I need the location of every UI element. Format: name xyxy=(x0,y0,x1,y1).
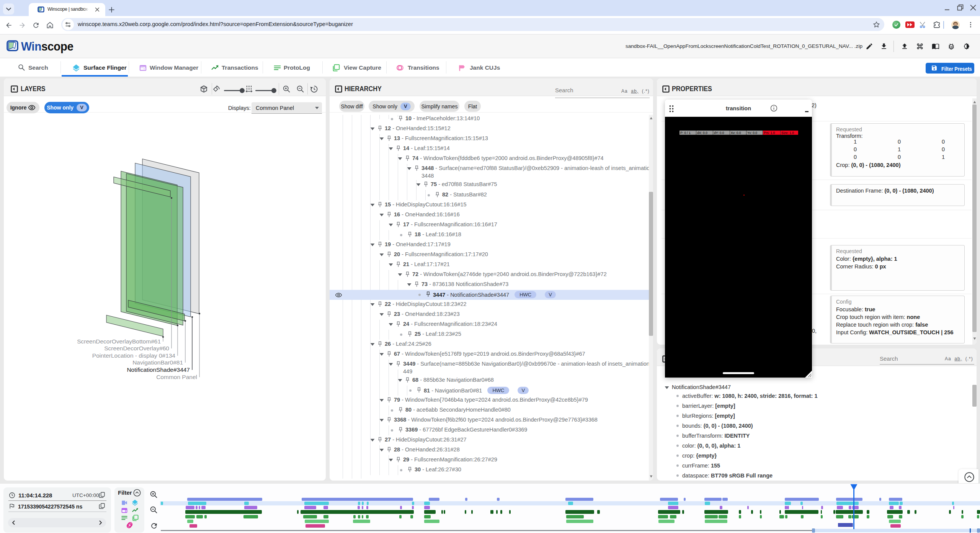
svg-text:ScreenDecorOverlayBottom#61: ScreenDecorOverlayBottom#61 xyxy=(77,338,161,345)
svg-text:ScreenDecorOverlay#60: ScreenDecorOverlay#60 xyxy=(104,345,169,352)
svg-text:PointerLocation - display 0#13: PointerLocation - display 0#134 xyxy=(92,352,176,359)
svg-text:NavigationBar0#81: NavigationBar0#81 xyxy=(132,359,183,366)
svg-text:Common Panel: Common Panel xyxy=(156,374,197,380)
svg-text:NotificationShade#3447: NotificationShade#3447 xyxy=(127,366,190,373)
